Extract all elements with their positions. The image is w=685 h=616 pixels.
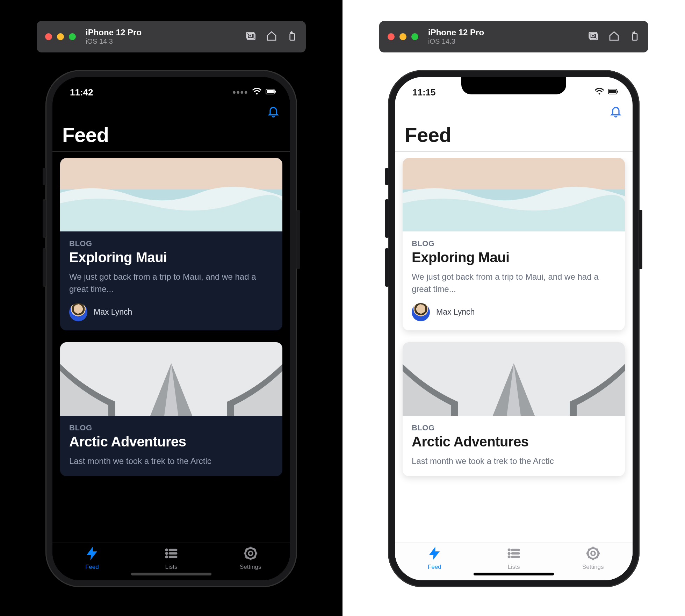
tab-lists[interactable]: Lists bbox=[474, 546, 554, 571]
tab-label: Lists bbox=[165, 564, 178, 571]
svg-point-15 bbox=[165, 552, 168, 555]
card-kicker: BLOG bbox=[412, 239, 616, 248]
svg-point-42 bbox=[508, 549, 510, 551]
simulator-toolbar bbox=[588, 30, 640, 43]
feed-list[interactable]: BLOG Exploring Maui We just got back fro… bbox=[395, 158, 633, 543]
status-bar: 11:15 bbox=[395, 77, 633, 101]
feed-card[interactable]: BLOG Exploring Maui We just got back fro… bbox=[403, 158, 625, 330]
tab-label: Settings bbox=[240, 564, 261, 571]
close-window-button[interactable] bbox=[388, 33, 395, 40]
tab-feed[interactable]: Feed bbox=[395, 546, 474, 571]
svg-point-17 bbox=[165, 556, 168, 558]
card-image-snow bbox=[60, 342, 282, 416]
close-window-button[interactable] bbox=[45, 33, 52, 40]
svg-rect-8 bbox=[60, 158, 282, 193]
feed-card[interactable]: BLOG Exploring Maui We just got back fro… bbox=[60, 158, 282, 330]
screenshot-icon[interactable] bbox=[588, 30, 599, 43]
volume-down-button bbox=[385, 248, 389, 287]
notifications-button[interactable] bbox=[610, 105, 622, 119]
tab-feed[interactable]: Feed bbox=[52, 546, 132, 571]
svg-rect-14 bbox=[169, 549, 177, 551]
phone-frame-dark: 11:42 •••• Feed bbox=[45, 70, 297, 587]
pane-light-mode: iPhone 12 Pro iOS 14.3 11:15 bbox=[342, 0, 685, 616]
title-divider bbox=[395, 151, 633, 152]
feed-card[interactable]: BLOG Arctic Adventures Last month we too… bbox=[403, 342, 625, 477]
status-bar: 11:42 •••• bbox=[52, 77, 290, 101]
tab-settings[interactable]: Settings bbox=[211, 546, 290, 571]
tab-label: Lists bbox=[508, 564, 520, 571]
svg-rect-43 bbox=[511, 549, 519, 551]
svg-point-33 bbox=[599, 93, 600, 94]
home-icon[interactable] bbox=[608, 30, 620, 43]
svg-rect-6 bbox=[267, 90, 274, 93]
card-title: Arctic Adventures bbox=[412, 434, 616, 450]
tab-label: Settings bbox=[582, 564, 604, 571]
screenshot-icon[interactable] bbox=[246, 30, 257, 43]
page-title: Feed bbox=[52, 119, 290, 151]
notifications-button[interactable] bbox=[267, 105, 280, 119]
battery-icon bbox=[266, 87, 276, 98]
svg-rect-16 bbox=[169, 553, 177, 554]
minimize-window-button[interactable] bbox=[57, 33, 64, 40]
screen-light: 11:15 Feed bbox=[395, 77, 633, 580]
volume-down-button bbox=[43, 248, 46, 287]
fullscreen-window-button[interactable] bbox=[411, 33, 418, 40]
svg-point-13 bbox=[165, 549, 168, 551]
rotate-icon[interactable] bbox=[286, 30, 297, 43]
page-title: Feed bbox=[395, 119, 633, 151]
pane-dark-mode: iPhone 12 Pro iOS 14.3 11:42 •••• bbox=[0, 0, 342, 616]
svg-rect-18 bbox=[169, 556, 177, 558]
rotate-icon[interactable] bbox=[629, 30, 640, 43]
card-description: Last month we took a trek to the Arctic bbox=[69, 455, 273, 467]
svg-rect-7 bbox=[275, 91, 276, 93]
card-description: We just got back from a trip to Maui, an… bbox=[69, 271, 273, 295]
home-indicator[interactable] bbox=[474, 573, 554, 575]
svg-line-27 bbox=[246, 557, 247, 558]
svg-point-2 bbox=[249, 34, 252, 37]
card-kicker: BLOG bbox=[412, 423, 616, 432]
svg-rect-37 bbox=[403, 158, 625, 193]
simulator-device-name: iPhone 12 Pro bbox=[428, 28, 484, 37]
gear-icon bbox=[586, 546, 600, 562]
list-icon bbox=[164, 546, 178, 562]
tab-settings[interactable]: Settings bbox=[553, 546, 633, 571]
fullscreen-window-button[interactable] bbox=[69, 33, 76, 40]
svg-line-25 bbox=[246, 549, 247, 550]
window-controls bbox=[388, 33, 418, 40]
cellular-dots-icon: •••• bbox=[233, 87, 248, 98]
svg-line-55 bbox=[596, 557, 598, 558]
svg-rect-47 bbox=[511, 556, 519, 558]
feed-list[interactable]: BLOG Exploring Maui We just got back fro… bbox=[52, 158, 290, 543]
simulator-os-version: iOS 14.3 bbox=[86, 37, 142, 45]
simulator-device-info: iPhone 12 Pro iOS 14.3 bbox=[428, 28, 484, 45]
simulator-device-name: iPhone 12 Pro bbox=[86, 28, 142, 37]
wifi-icon bbox=[594, 87, 605, 98]
svg-point-46 bbox=[508, 556, 510, 558]
svg-rect-32 bbox=[633, 34, 637, 40]
status-time: 11:42 bbox=[70, 87, 93, 98]
svg-rect-45 bbox=[511, 553, 519, 554]
simulator-titlebar: iPhone 12 Pro iOS 14.3 bbox=[379, 21, 648, 52]
volume-up-button bbox=[385, 199, 389, 238]
home-indicator[interactable] bbox=[131, 573, 211, 575]
minimize-window-button[interactable] bbox=[399, 33, 406, 40]
home-icon[interactable] bbox=[266, 30, 277, 43]
volume-up-button bbox=[43, 199, 46, 238]
tab-label: Feed bbox=[428, 564, 441, 571]
card-title: Exploring Maui bbox=[412, 250, 616, 265]
tab-label: Feed bbox=[85, 564, 99, 571]
svg-rect-35 bbox=[609, 90, 616, 93]
author-name: Max Lynch bbox=[94, 307, 132, 317]
battery-icon bbox=[608, 87, 619, 98]
power-button bbox=[296, 210, 300, 269]
tab-lists[interactable]: Lists bbox=[132, 546, 211, 571]
simulator-device-info: iPhone 12 Pro iOS 14.3 bbox=[86, 28, 142, 45]
status-time: 11:15 bbox=[412, 87, 436, 98]
power-button bbox=[639, 210, 642, 269]
svg-point-49 bbox=[591, 551, 595, 556]
feed-card[interactable]: BLOG Arctic Adventures Last month we too… bbox=[60, 342, 282, 477]
author-name: Max Lynch bbox=[436, 307, 475, 317]
svg-line-56 bbox=[588, 557, 590, 558]
card-kicker: BLOG bbox=[69, 239, 273, 248]
list-icon bbox=[507, 546, 521, 562]
